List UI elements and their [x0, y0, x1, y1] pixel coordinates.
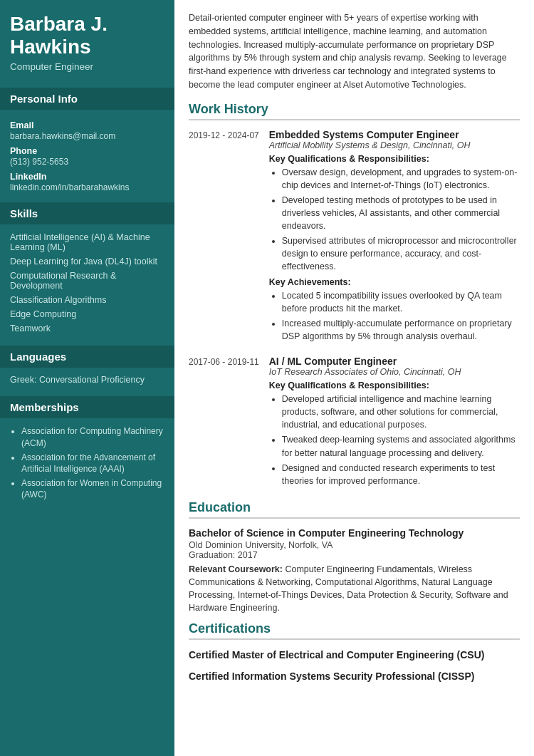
education-title: Education: [189, 500, 520, 519]
edu-entry-1: Bachelor of Science in Computer Engineer…: [189, 527, 520, 615]
education-section: Education Bachelor of Science in Compute…: [189, 500, 520, 615]
work-resp-item: Developed testing methods of prototypes …: [282, 194, 520, 232]
languages-content: Greek: Conversational Proficiency: [0, 368, 174, 389]
personal-info-header: Personal Info: [0, 88, 174, 110]
phone-field: Phone (513) 952-5653: [10, 146, 164, 167]
work-details-2: AI / ML Computer Engineer IoT Research A…: [269, 356, 520, 490]
work-title-1: Embedded Systems Computer Engineer: [269, 129, 520, 140]
work-responsibilities-2: Developed artificial intelligence and ma…: [269, 393, 520, 487]
skill-item: Artificial Intelligence (AI) & Machine L…: [10, 230, 164, 254]
candidate-name: Barbara J. Hawkins: [10, 13, 164, 58]
memberships-content: Association for Computing Machinery (ACM…: [0, 418, 174, 506]
cert-title-1: Certified Master of Electrical and Compu…: [189, 648, 520, 663]
certifications-section: Certifications Certified Master of Elect…: [189, 621, 520, 683]
edu-graduation: Graduation: 2017: [189, 550, 520, 560]
personal-info-content: Email barbara.hawkins@mail.com Phone (51…: [0, 110, 174, 195]
cert-title-2: Certified Information Systems Security P…: [189, 670, 520, 684]
skills-header: Skills: [0, 202, 174, 224]
work-resp-header-2: Key Qualifications & Responsibilities:: [269, 380, 520, 390]
work-resp-item: Designed and conducted research experime…: [282, 462, 520, 487]
languages-section: Languages Greek: Conversational Proficie…: [0, 346, 174, 389]
memberships-section: Memberships Association for Computing Ma…: [0, 396, 174, 506]
skill-item: Teamwork: [10, 321, 164, 336]
work-entry-2: 2017-06 - 2019-11 AI / ML Computer Engin…: [189, 356, 520, 490]
language-item: Greek: Conversational Proficiency: [10, 373, 164, 386]
skill-item: Classification Algorithms: [10, 293, 164, 307]
work-history-section: Work History 2019-12 - 2024-07 Embedded …: [189, 102, 520, 490]
work-date-2: 2017-06 - 2019-11: [189, 356, 259, 490]
membership-item: Association for Computing Machinery (ACM…: [21, 425, 164, 448]
languages-header: Languages: [0, 346, 174, 368]
work-resp-item: Developed artificial intelligence and ma…: [282, 393, 520, 431]
work-company-2: IoT Research Associates of Ohio, Cincinn…: [269, 367, 520, 377]
work-resp-header-1: Key Qualifications & Responsibilities:: [269, 154, 520, 164]
work-entry-1: 2019-12 - 2024-07 Embedded Systems Compu…: [189, 129, 520, 346]
work-company-1: Artificial Mobility Systems & Design, Ci…: [269, 140, 520, 150]
skill-item: Deep Learning for Java (DL4J) toolkit: [10, 254, 164, 269]
sidebar: Barbara J. Hawkins Computer Engineer Per…: [0, 0, 174, 756]
work-achievements-1: Located 5 incompatibility issues overloo…: [269, 289, 520, 343]
cert-entry-2: Certified Information Systems Security P…: [189, 670, 520, 684]
edu-coursework: Relevant Coursework: Computer Engineerin…: [189, 563, 520, 615]
sidebar-header: Barbara J. Hawkins Computer Engineer: [0, 0, 174, 81]
memberships-header: Memberships: [0, 396, 174, 418]
skill-item: Computational Research & Development: [10, 269, 164, 293]
membership-item: Association for the Advancement of Artif…: [21, 452, 164, 475]
work-achieve-item: Located 5 incompatibility issues overloo…: [282, 289, 520, 315]
work-details-1: Embedded Systems Computer Engineer Artif…: [269, 129, 520, 346]
membership-item: Association for Women in Computing (AWC): [21, 477, 164, 500]
linkedin-field: LinkedIn linkedin.com/in/barbarahawkins: [10, 172, 164, 192]
name-line1: Barbara J.: [10, 13, 108, 35]
cert-entry-1: Certified Master of Electrical and Compu…: [189, 648, 520, 663]
work-resp-item: Oversaw design, development, and upgrade…: [282, 166, 520, 192]
work-history-title: Work History: [189, 102, 520, 120]
email-field: Email barbara.hawkins@mail.com: [10, 120, 164, 141]
coursework-label: Relevant Coursework:: [189, 564, 283, 574]
skill-item: Edge Computing: [10, 307, 164, 321]
work-resp-item: Tweaked deep-learning systems and associ…: [282, 433, 520, 459]
summary-text: Detail-oriented computer engineer with 5…: [189, 11, 520, 92]
certifications-title: Certifications: [189, 621, 520, 640]
edu-school: Old Dominion University, Norfolk, VA: [189, 540, 520, 550]
candidate-title: Computer Engineer: [10, 61, 164, 72]
work-achieve-header-1: Key Achievements:: [269, 277, 520, 287]
edu-degree: Bachelor of Science in Computer Engineer…: [189, 527, 520, 539]
work-resp-item: Supervised attributes of microprocessor …: [282, 234, 520, 273]
memberships-list: Association for Computing Machinery (ACM…: [10, 425, 164, 500]
skills-content: Artificial Intelligence (AI) & Machine L…: [0, 224, 174, 338]
work-achieve-item: Increased multiply-accumulate performanc…: [282, 317, 520, 343]
work-responsibilities-1: Oversaw design, development, and upgrade…: [269, 166, 520, 274]
skills-section: Skills Artificial Intelligence (AI) & Ma…: [0, 202, 174, 338]
personal-info-section: Personal Info Email barbara.hawkins@mail…: [0, 88, 174, 195]
name-line2: Hawkins: [10, 36, 91, 58]
work-date-1: 2019-12 - 2024-07: [189, 129, 259, 346]
work-title-2: AI / ML Computer Engineer: [269, 356, 520, 367]
main-content: Detail-oriented computer engineer with 5…: [174, 0, 534, 756]
